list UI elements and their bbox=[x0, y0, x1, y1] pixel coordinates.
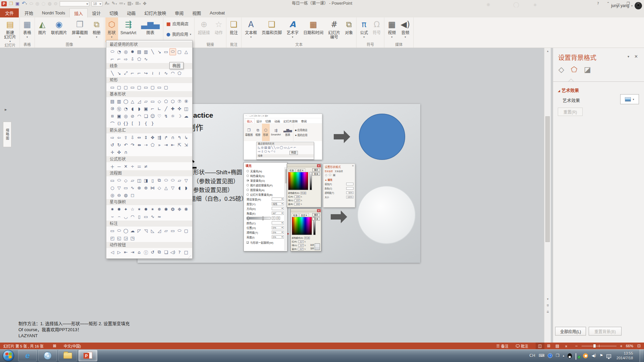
shape-cell[interactable]: ✹ bbox=[143, 206, 149, 213]
shape-cell[interactable]: ⊗ bbox=[136, 184, 143, 191]
panel-close-icon[interactable]: ✕ bbox=[634, 54, 638, 59]
tab-动画[interactable]: 动画 bbox=[122, 8, 140, 17]
shape-cell[interactable]: ✷ bbox=[109, 206, 116, 213]
shape-cell[interactable]: ⇤ bbox=[122, 249, 129, 256]
shape-cell[interactable]: ╱ bbox=[163, 105, 169, 112]
shape-cell[interactable]: ≈ bbox=[156, 213, 163, 220]
shape-cell[interactable]: ▭ bbox=[149, 98, 156, 105]
qq-icon[interactable] bbox=[568, 353, 572, 358]
shape-cell[interactable]: ∿ bbox=[163, 70, 169, 77]
show-hidden-icons[interactable]: ▴ bbox=[563, 354, 565, 357]
powerpoint-icon[interactable]: P bbox=[1, 1, 7, 6]
shape-cell[interactable]: ◫ bbox=[183, 105, 190, 112]
tab-开始[interactable]: 开始 bbox=[20, 8, 38, 17]
shape-cell[interactable]: ⌐ bbox=[129, 70, 136, 77]
ribbon-button-批注[interactable]: ❏批注 bbox=[227, 17, 240, 42]
shape-cell[interactable]: ▭ bbox=[169, 227, 176, 234]
shape-cell[interactable]: ❋ bbox=[183, 206, 190, 213]
shape-cell[interactable]: ✹ bbox=[129, 48, 136, 55]
ribbon-button-新建[interactable]: ▤新建幻灯片▾ bbox=[2, 17, 18, 43]
shape-cell[interactable]: ▽ bbox=[116, 184, 122, 191]
shape-cell[interactable]: ☁ bbox=[183, 113, 190, 120]
shape-cell[interactable]: ∿ bbox=[143, 56, 149, 63]
fill-option[interactable]: 图片或纹理填充(P) bbox=[244, 183, 287, 187]
ribbon-button-SmartArt[interactable]: ⇶SmartArt bbox=[118, 17, 139, 42]
shape-cell[interactable]: ⋈ bbox=[149, 184, 156, 191]
shape-cell[interactable]: ⊖ bbox=[116, 192, 122, 199]
shape-cell[interactable]: ♡ bbox=[156, 113, 163, 120]
shape-cell[interactable]: ⌒ bbox=[109, 120, 116, 127]
shape-cell[interactable]: ▥ bbox=[143, 48, 149, 55]
shape-cell[interactable]: ÷ bbox=[129, 163, 136, 170]
shape-cell[interactable]: ↺ bbox=[109, 141, 116, 148]
shape-cell[interactable]: ⑫ bbox=[116, 105, 122, 112]
restore-window-icon[interactable]: ❐ bbox=[556, 353, 559, 358]
shape-cell[interactable]: ▷ bbox=[116, 249, 122, 256]
shape-cell[interactable]: ▣ bbox=[116, 113, 122, 120]
shape-cell[interactable]: ▱ bbox=[129, 177, 136, 184]
shape-cell[interactable]: ◖ bbox=[176, 184, 183, 191]
shape-cell[interactable]: △ bbox=[129, 98, 136, 105]
notes-toggle[interactable]: ☰备注 bbox=[496, 343, 508, 349]
ribbon-button-日期和时间[interactable]: ▦日期和时间 bbox=[301, 17, 326, 42]
fragment-shapes-icon[interactable]: ◌ bbox=[42, 1, 45, 7]
intersect-shapes-icon[interactable]: ◍ bbox=[48, 1, 51, 7]
shape-cell[interactable]: ◍ bbox=[122, 192, 129, 199]
shape-cell[interactable]: ] bbox=[136, 120, 143, 127]
shape-cell[interactable]: ≀ bbox=[156, 70, 163, 77]
ribbon-button-图片[interactable]: ◭图片 bbox=[36, 17, 49, 42]
shape-cell[interactable]: ◹ bbox=[143, 227, 149, 234]
shape-cell[interactable]: [ bbox=[129, 120, 136, 127]
shape-cell[interactable]: ⇨ bbox=[122, 56, 129, 63]
shape-cell[interactable]: ◠ bbox=[169, 70, 176, 77]
tab-file[interactable]: 文件 bbox=[0, 8, 19, 17]
shape-cell[interactable]: ⇦ bbox=[116, 134, 122, 141]
shape-cell[interactable]: ◨ bbox=[143, 177, 149, 184]
merge-shapes-icon[interactable]: ⬭ bbox=[29, 1, 33, 7]
shape-cell[interactable]: ◎ bbox=[109, 192, 116, 199]
shape-cell[interactable]: ▭ bbox=[122, 184, 129, 191]
shape-cell[interactable]: ☺ bbox=[149, 113, 156, 120]
scroll-up-icon[interactable]: ▴ bbox=[544, 49, 551, 53]
tab-Nordri Tools[interactable]: Nordri Tools bbox=[38, 8, 69, 17]
shape-cell[interactable]: ⬭ bbox=[116, 177, 122, 184]
ribbon-button-页眉和页脚[interactable]: ❑页眉和页脚 bbox=[259, 17, 284, 42]
shape-cell[interactable]: ⇕ bbox=[143, 134, 149, 141]
shape-cell[interactable]: ◇ bbox=[156, 184, 163, 191]
zoom-percentage[interactable]: 66% bbox=[626, 344, 633, 348]
shape-cell[interactable]: ○ bbox=[109, 184, 116, 191]
fit-slide-icon[interactable]: ⊡ bbox=[637, 344, 641, 348]
shape-cell[interactable]: ◠ bbox=[129, 213, 136, 220]
save-icon[interactable]: ▣ bbox=[15, 1, 19, 7]
shape-cell[interactable]: ⧉ bbox=[156, 177, 163, 184]
font-color-icon[interactable]: A▾ bbox=[105, 0, 109, 7]
shape-cell[interactable]: ◇ bbox=[122, 177, 129, 184]
shape-cell[interactable]: ⬠ bbox=[136, 56, 143, 63]
ribbon-button-屏幕截图[interactable]: ❐屏幕截图▾ bbox=[69, 17, 90, 42]
fill-setting-row[interactable]: 类型(Y)线性▾ bbox=[244, 201, 287, 206]
shape-cell[interactable]: ▱ bbox=[176, 177, 183, 184]
shape-cell[interactable]: ◁) bbox=[169, 249, 176, 256]
taskbar-item-chromium[interactable] bbox=[38, 350, 57, 361]
shape-cell[interactable]: ▭ bbox=[143, 84, 149, 91]
shape-cell[interactable]: ❏ bbox=[143, 113, 149, 120]
subtract-shapes-icon[interactable]: ⊙ bbox=[54, 1, 58, 7]
shape-cell[interactable]: ▢ bbox=[136, 84, 143, 91]
fill-setting-row[interactable]: 颜色(C)▾ bbox=[244, 221, 287, 225]
shape-cell[interactable]: ⑧ bbox=[183, 98, 190, 105]
shape-cell[interactable]: ❏ bbox=[163, 249, 169, 256]
shape-cell[interactable]: ⇲ bbox=[183, 141, 190, 148]
shape-cell[interactable]: ∿ bbox=[129, 184, 136, 191]
effects-pentagon-icon[interactable]: ⬠ bbox=[571, 65, 577, 74]
shape-cell[interactable]: － bbox=[116, 163, 122, 170]
taskbar-item-internet-explorer[interactable]: e bbox=[18, 350, 37, 361]
view-normal-icon[interactable]: ◫ bbox=[536, 343, 544, 349]
keyboard-icon[interactable]: ⌨ bbox=[539, 353, 544, 358]
shape-cell[interactable]: ⌐ bbox=[136, 70, 143, 77]
shape-cell[interactable]: ⬡ bbox=[169, 98, 176, 105]
help-tray-icon[interactable]: ? bbox=[548, 353, 552, 358]
ribbon-button-相册[interactable]: ⧉相册▾ bbox=[90, 17, 103, 42]
ribbon-button-形状[interactable]: ⬡形状▾ bbox=[105, 17, 118, 42]
zoom-slider[interactable] bbox=[582, 343, 616, 349]
input-language[interactable]: CH bbox=[529, 353, 535, 358]
